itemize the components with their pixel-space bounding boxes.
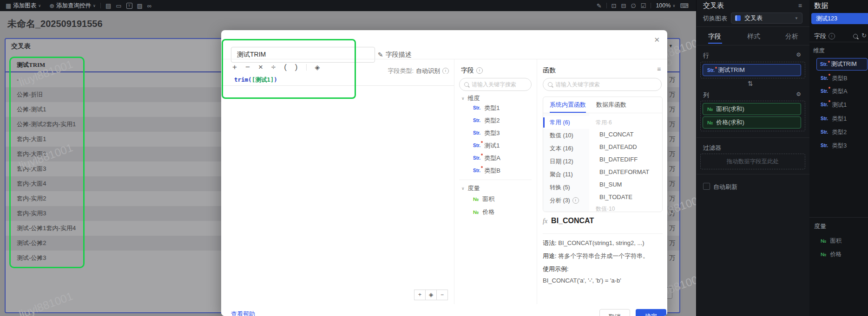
field-item[interactable]: Str.类型B: [473, 167, 500, 174]
string-type-icon: Str.: [821, 115, 828, 123]
checkbox-icon[interactable]: ☑: [641, 3, 646, 9]
hide-icon[interactable]: ∅: [631, 3, 636, 9]
tab-builtin-functions[interactable]: 系统内置函数: [550, 101, 586, 109]
row-value-suffix: 万: [669, 236, 675, 251]
field-item[interactable]: Str.类型1: [473, 104, 500, 112]
gear-icon[interactable]: ⚙: [796, 91, 801, 97]
divide-operator-button[interactable]: ÷: [271, 63, 276, 72]
function-item[interactable]: BI_TODATE: [589, 191, 662, 203]
tab-style[interactable]: 样式: [747, 32, 760, 41]
plus-operator-button[interactable]: +: [232, 63, 237, 72]
close-paren-button[interactable]: ): [295, 63, 298, 72]
category-common[interactable]: 常用 (6): [543, 116, 589, 129]
data-field-item-selected[interactable]: Str. 测试TRIM: [816, 58, 868, 71]
add-chart-button[interactable]: ▦ 添加图表 ∨: [6, 2, 41, 10]
function-item[interactable]: BI_SUM: [589, 178, 662, 191]
functions-search-input[interactable]: 请输入关键字搜索: [543, 78, 662, 91]
collapse-panel-icon[interactable]: ≡: [798, 2, 802, 9]
category-numeric[interactable]: 数值 (10): [543, 129, 589, 142]
row-label: 套内-实用3: [17, 210, 46, 217]
help-link[interactable]: 查看帮助: [231, 310, 255, 316]
field-item[interactable]: Str.类型A: [473, 155, 500, 162]
search-icon[interactable]: [853, 34, 858, 39]
field-item[interactable]: №面积: [473, 195, 494, 203]
formula-editor-line[interactable]: trim([测试1]): [221, 74, 454, 86]
data-field-item[interactable]: Str.类型A: [821, 88, 847, 95]
chip-label: 面积(求和): [716, 105, 744, 113]
column-field-chip[interactable]: № 面积(求和): [703, 103, 801, 115]
category-text[interactable]: 文本 (16): [543, 142, 589, 155]
data-field-item[interactable]: Str.测试1: [821, 101, 847, 109]
function-item[interactable]: BI_DATEFORMAT: [589, 166, 662, 178]
multiply-operator-button[interactable]: ×: [258, 63, 263, 72]
field-item[interactable]: №价格: [473, 208, 494, 216]
keyboard-icon[interactable]: ⌨: [680, 3, 689, 9]
divider: [306, 64, 307, 71]
zoom-out-button[interactable]: −: [436, 290, 448, 300]
dimension-group-toggle[interactable]: ∨ 维度: [461, 94, 480, 103]
data-field-item[interactable]: Str.类型1: [821, 115, 847, 123]
dataset-item-selected[interactable]: 测试123: [811, 13, 868, 24]
field-item[interactable]: Str.类型2: [473, 117, 500, 124]
gear-icon[interactable]: ⚙: [796, 52, 801, 58]
image-icon[interactable]: ▨: [137, 3, 143, 9]
number-type-icon: №: [821, 251, 826, 258]
data-field-item[interactable]: Str.类型2: [821, 129, 847, 136]
zoom-reset-button[interactable]: ◈: [425, 290, 437, 300]
field-description-button[interactable]: ✎ 字段描述: [378, 51, 412, 59]
filter-dropzone[interactable]: 拖动数据字段至此处: [700, 154, 805, 169]
data-field-item[interactable]: №价格: [821, 251, 842, 258]
confirm-button[interactable]: 确定: [636, 309, 666, 316]
function-list-menu-icon[interactable]: ≡: [657, 65, 661, 73]
data-field-item[interactable]: Str.类型B: [821, 75, 847, 82]
usage-label: 用途:: [543, 252, 557, 259]
field-name-input[interactable]: [231, 47, 375, 63]
save-icon[interactable]: ⊡: [612, 3, 617, 9]
insert-field-icon[interactable]: ◈: [315, 64, 320, 71]
category-date[interactable]: 日期 (12): [543, 155, 589, 168]
field-label: 类型B: [832, 75, 847, 82]
category-analysis[interactable]: 分析 (3)i: [543, 194, 589, 207]
calculated-string-icon: Str.: [707, 68, 715, 73]
function-item[interactable]: BI_DATEDIFF: [589, 153, 662, 166]
data-panel: 数据 测试123 字段 i ↻ 维度 Str. 测试TRIM Str.类型B S…: [809, 0, 868, 316]
close-icon[interactable]: ✕: [654, 36, 660, 44]
link-icon[interactable]: ∞: [147, 3, 151, 9]
tab-database-functions[interactable]: 数据库函数: [596, 101, 626, 109]
data-field-item[interactable]: Str.类型3: [821, 142, 847, 149]
search-placeholder: 请输入关键字搜索: [472, 81, 516, 89]
data-field-item[interactable]: №面积: [821, 237, 842, 245]
tab-analysis[interactable]: 分析: [785, 32, 798, 41]
column-field-chip[interactable]: № 价格(求和): [703, 116, 801, 129]
row-field-chip[interactable]: Str. 测试TRIM: [703, 64, 801, 76]
function-item[interactable]: BI_CONCAT: [589, 128, 662, 141]
field-label: 类型2: [484, 117, 500, 124]
open-paren-button[interactable]: (: [284, 63, 287, 72]
filter-edit-icon[interactable]: ✎: [597, 3, 602, 9]
category-convert[interactable]: 转换 (5): [543, 181, 589, 194]
insert-table-icon[interactable]: ▤: [105, 3, 111, 9]
function-item[interactable]: BI_DATEADD: [589, 141, 662, 153]
dropdown-triangle-icon: ▼: [795, 16, 798, 20]
toolbar-divider: [651, 3, 651, 8]
cancel-button[interactable]: 取消: [599, 309, 630, 316]
text-icon[interactable]: T: [126, 3, 132, 9]
container-icon[interactable]: ▭: [116, 3, 121, 9]
tab-fields[interactable]: 字段: [708, 32, 721, 41]
columns-shelf-label: 列: [703, 91, 709, 99]
theme-icon[interactable]: ⊟: [621, 3, 626, 9]
chip-label: 测试TRIM: [718, 66, 745, 74]
field-item[interactable]: Str.类型3: [473, 129, 500, 137]
field-item[interactable]: Str.测试1: [473, 142, 500, 149]
chart-type-select[interactable]: 交叉表 ▼: [731, 13, 802, 24]
fields-search-input[interactable]: 请输入关键字搜索: [459, 78, 532, 91]
refresh-icon[interactable]: ↻: [861, 32, 867, 39]
zoom-in-button[interactable]: +: [414, 290, 426, 300]
category-aggregate[interactable]: 聚合 (11): [543, 168, 589, 181]
swap-rows-columns-icon[interactable]: ⇅: [748, 80, 753, 87]
minus-operator-button[interactable]: −: [245, 63, 250, 72]
add-query-control-button[interactable]: ⊕ 添加查询控件 ∨: [49, 2, 96, 10]
auto-refresh-checkbox[interactable]: [703, 183, 710, 190]
zoom-select[interactable]: 100% ∨: [656, 2, 675, 9]
measure-group-toggle[interactable]: ∨ 度量: [461, 184, 480, 193]
